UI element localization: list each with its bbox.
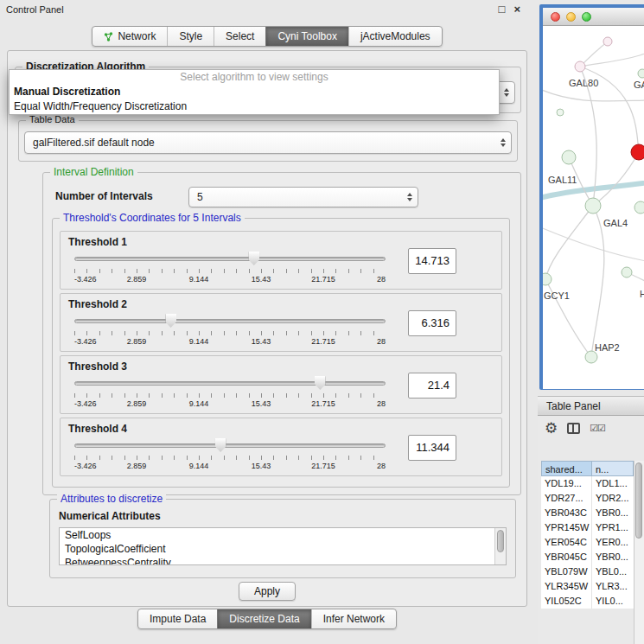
table-row[interactable]: YDL19... YDL1... — [541, 476, 634, 491]
table-cell[interactable]: YIL052C — [541, 594, 592, 609]
table-cell[interactable]: YBR043C — [541, 506, 592, 520]
tab-impute-data[interactable]: Impute Data — [138, 609, 217, 628]
network-canvas[interactable]: GAL80 GA GAL11 GAL4 GCY1 H HAP2 — [543, 26, 644, 389]
table-header-row: shared... n... — [541, 461, 634, 476]
table-cell[interactable]: YBL0... — [592, 564, 634, 579]
table-cell[interactable]: YDR2... — [592, 491, 634, 506]
table-row[interactable]: YPR145W YPR1... — [541, 520, 634, 535]
float-panel-icon[interactable]: □ — [499, 3, 506, 16]
table-cell[interactable]: YER0... — [592, 535, 634, 550]
table-cell[interactable]: YLR3... — [592, 579, 634, 594]
numerical-attributes-list[interactable]: SelfLoops TopologicalCoefficient Between… — [59, 527, 507, 565]
list-scrollbar[interactable] — [494, 528, 506, 564]
table-cell[interactable]: YBR0... — [592, 550, 634, 564]
slider-track[interactable] — [74, 319, 386, 323]
network-node[interactable] — [562, 150, 576, 164]
table-cell[interactable]: YDR27... — [541, 491, 592, 506]
slider-track[interactable] — [74, 381, 386, 386]
tab-jactivemodules[interactable]: jActiveModules — [348, 27, 442, 46]
gear-icon[interactable]: ⚙ — [545, 421, 558, 436]
network-node[interactable] — [543, 273, 552, 285]
zoom-window-icon[interactable] — [582, 12, 591, 22]
table-row[interactable]: YDR27... YDR2... — [541, 491, 634, 506]
network-node[interactable] — [634, 201, 644, 214]
tab-select[interactable]: Select — [214, 27, 265, 46]
network-node-selected[interactable] — [631, 144, 644, 160]
list-item[interactable]: SelfLoops — [60, 528, 506, 542]
scale-label: 15.43 — [252, 462, 271, 470]
threshold-2-value[interactable]: 6.316 — [408, 310, 456, 336]
table-cell[interactable]: YPR1... — [592, 520, 634, 535]
threshold-4-slider[interactable] — [74, 437, 386, 453]
scale-label: 9.144 — [189, 275, 209, 284]
apply-button[interactable]: Apply — [239, 582, 296, 601]
tab-discretize-data[interactable]: Discretize Data — [217, 609, 310, 628]
table-cell[interactable]: YDL19... — [541, 476, 592, 491]
column-header-name[interactable]: n... — [592, 461, 634, 476]
table-row[interactable]: YBR043C YBR0... — [541, 506, 634, 520]
threshold-1-slider[interactable] — [74, 251, 386, 266]
table-cell[interactable]: YDL1... — [592, 476, 634, 491]
table-cell[interactable]: YER054C — [541, 535, 592, 550]
table-row[interactable]: YIL052C YIL0... — [541, 594, 634, 609]
table-cell[interactable]: YBL079W — [541, 564, 592, 579]
tab-style-label: Style — [179, 30, 202, 42]
tab-network[interactable]: Network — [92, 27, 167, 46]
slider-thumb[interactable] — [315, 376, 326, 390]
select-columns-icon[interactable]: ☑☑ — [590, 423, 605, 434]
slider-track[interactable] — [74, 257, 386, 261]
slider-thumb[interactable] — [215, 438, 226, 452]
slider-thumb[interactable] — [165, 314, 176, 328]
threshold-4-value[interactable]: 11.344 — [408, 435, 456, 461]
scrollbar-thumb[interactable] — [635, 462, 642, 539]
popup-option-manual-discretization[interactable]: Manual Discretization — [10, 85, 499, 99]
num-intervals-combobox[interactable]: 5 — [188, 187, 418, 207]
tab-infer-network[interactable]: Infer Network — [311, 609, 396, 628]
table-row[interactable]: YLR345W YLR3... — [541, 579, 634, 594]
table-row[interactable]: YBR045C YBR0... — [541, 550, 634, 564]
slider-track[interactable] — [74, 443, 386, 448]
table-row[interactable]: YBL079W YBL0... — [541, 564, 634, 579]
slider-ticks — [74, 269, 386, 273]
threshold-3-panel: Threshold 3 -3.426 2.859 9.144 15.43 21.… — [60, 355, 502, 414]
table-data-combobox[interactable]: galFiltered.sif default node — [24, 131, 512, 154]
table-cell[interactable]: YIL0... — [592, 594, 634, 609]
close-window-icon[interactable] — [551, 12, 560, 22]
network-node[interactable] — [622, 267, 632, 277]
list-item[interactable]: BetweennessCentrality — [60, 556, 506, 565]
table-toolbar: ⚙ ☑☑ — [545, 421, 605, 436]
interval-definition-title: Interval Definition — [50, 166, 137, 178]
table-cell[interactable]: YPR145W — [541, 520, 592, 535]
table-cell[interactable]: YBR045C — [541, 550, 592, 564]
network-view-window[interactable]: GAL80 GA GAL11 GAL4 GCY1 H HAP2 — [539, 4, 644, 390]
threshold-1-value[interactable]: 14.713 — [408, 248, 456, 274]
table-row[interactable]: YER054C YER0... — [541, 535, 634, 550]
column-header-shared-name[interactable]: shared... — [541, 461, 592, 476]
network-window-titlebar[interactable] — [543, 8, 644, 26]
scrollbar-thumb[interactable] — [497, 530, 504, 552]
network-node[interactable] — [557, 109, 564, 116]
table-cell[interactable]: YLR345W — [541, 579, 592, 594]
table-scrollbar[interactable] — [634, 461, 644, 644]
scale-label: -3.426 — [74, 399, 97, 408]
tab-style[interactable]: Style — [167, 27, 214, 46]
popup-option-equal-width-frequency[interactable]: Equal Width/Frequency Discretization — [10, 99, 499, 114]
threshold-3-value[interactable]: 21.4 — [408, 373, 456, 399]
threshold-4-label: Threshold 4 — [68, 423, 127, 435]
minimize-window-icon[interactable] — [566, 12, 576, 22]
scale-label: 9.144 — [189, 337, 209, 346]
threshold-3-slider[interactable] — [74, 375, 386, 391]
network-node[interactable] — [585, 351, 597, 363]
network-node[interactable] — [638, 69, 644, 78]
network-node[interactable] — [585, 198, 601, 214]
network-node[interactable] — [575, 61, 585, 72]
list-item[interactable]: TopologicalCoefficient — [60, 542, 506, 556]
threshold-2-slider[interactable] — [74, 313, 386, 328]
slider-thumb[interactable] — [248, 252, 259, 265]
tab-cyni-toolbox[interactable]: Cyni Toolbox — [265, 27, 348, 46]
tab-impute-data-label: Impute Data — [150, 613, 206, 625]
table-cell[interactable]: YBR0... — [592, 506, 634, 520]
close-panel-icon[interactable]: × — [513, 3, 520, 16]
table-columns-icon[interactable] — [567, 423, 580, 434]
network-node[interactable] — [603, 37, 612, 46]
